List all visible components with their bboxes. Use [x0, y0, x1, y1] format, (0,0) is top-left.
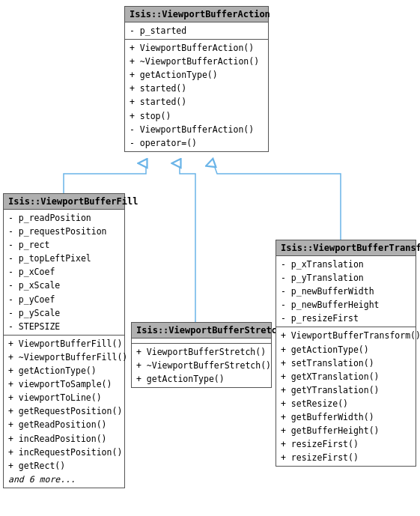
member-vbt-resize-first1: + resizeFirst() — [276, 437, 416, 451]
member-vbt-resize-first2: + resizeFirst() — [276, 451, 416, 464]
member-vbt-p-newbufwidth: - p_newBufferWidth — [276, 285, 416, 298]
viewport-buffer-stretch-title: Isis::ViewportBufferStretch — [132, 323, 271, 339]
member-vba-dtor: + ~ViewportBufferAction() — [125, 55, 268, 68]
member-vbf-p-yscale: - p_yScale — [4, 306, 124, 320]
member-vbf-p-rect: - p_rect — [4, 238, 124, 252]
member-vbf-p-read-pos: - p_readPosition — [4, 211, 124, 225]
member-vbs-get-action-type: + getActionType() — [132, 372, 271, 386]
member-vba-get-action-type: + getActionType() — [125, 68, 268, 82]
member-vbt-p-resizefirst: - p_resizeFirst — [276, 312, 416, 325]
viewport-buffer-stretch-box: Isis::ViewportBufferStretch + ViewportBu… — [131, 322, 272, 388]
viewport-buffer-transform-box: Isis::ViewportBufferTransform - p_xTrans… — [276, 240, 416, 467]
member-vbf-viewport-to-sample: + viewportToSample() — [4, 377, 124, 391]
member-vbf-p-topleft: - p_topLeftPixel — [4, 252, 124, 265]
member-vbf-more: and 6 more... — [4, 473, 124, 486]
member-vbt-p-ytrans: - p_yTranslation — [276, 271, 416, 285]
member-vbf-inc-read-pos: + incReadPosition() — [4, 432, 124, 446]
member-vbt-get-buf-height: + getBufferHeight() — [276, 424, 416, 437]
member-vbt-set-resize: + setResize() — [276, 397, 416, 410]
viewport-buffer-stretch-body: + ViewportBufferStretch() + ~ViewportBuf… — [132, 339, 271, 387]
member-vbf-get-action-type: + getActionType() — [4, 364, 124, 377]
member-vba-op-assign: - operator=() — [125, 136, 268, 150]
member-vbf-stepsize: - STEPSIZE — [4, 320, 124, 333]
viewport-buffer-transform-body: - p_xTranslation - p_yTranslation - p_ne… — [276, 256, 416, 466]
member-vbf-p-xcoef: - p_xCoef — [4, 265, 124, 279]
member-vbt-p-xtrans: - p_xTranslation — [276, 258, 416, 271]
member-vbt-get-xtrans: + getXTranslation() — [276, 370, 416, 383]
member-vbt-set-translation: + setTranslation() — [276, 356, 416, 370]
viewport-buffer-action-body: - p_started + ViewportBufferAction() + ~… — [125, 22, 268, 151]
member-vbs-ctor: + ViewportBufferStretch() — [132, 345, 271, 359]
member-p-started: - p_started — [125, 24, 268, 37]
viewport-buffer-fill-body: - p_readPosition - p_requestPosition - p… — [4, 210, 124, 488]
member-vba-started1: + started() — [125, 82, 268, 95]
member-vbf-ctor: + ViewportBufferFill() — [4, 337, 124, 350]
member-vbt-p-newbufheight: - p_newBufferHeight — [276, 298, 416, 312]
member-vbt-get-ytrans: + getYTranslation() — [276, 383, 416, 397]
viewport-buffer-action-box: Isis::ViewportBufferAction - p_started +… — [124, 6, 269, 152]
member-vbf-p-req-pos: - p_requestPosition — [4, 225, 124, 238]
member-vbf-get-rect: + getRect() — [4, 459, 124, 473]
member-vbf-get-read-pos: + getReadPosition() — [4, 418, 124, 431]
viewport-buffer-fill-title: Isis::ViewportBufferFill — [4, 194, 124, 210]
member-vbt-ctor: + ViewportBufferTransform() — [276, 329, 416, 342]
member-vbf-p-xscale: - p_xScale — [4, 279, 124, 292]
member-vba-stop: + stop() — [125, 109, 268, 123]
member-vbs-dtor: + ~ViewportBufferStretch() — [132, 359, 271, 372]
member-vbf-dtor: + ~ViewportBufferFill() — [4, 350, 124, 364]
viewport-buffer-fill-box: Isis::ViewportBufferFill - p_readPositio… — [3, 193, 125, 488]
member-vbf-inc-req-pos: + incRequestPosition() — [4, 446, 124, 459]
member-vbt-get-buf-width: + getBufferWidth() — [276, 410, 416, 424]
member-vbf-p-ycoef: - p_yCoef — [4, 293, 124, 306]
viewport-buffer-action-title: Isis::ViewportBufferAction — [125, 7, 268, 22]
member-vbf-viewport-to-line: + viewportToLine() — [4, 391, 124, 404]
member-vbt-get-action-type: + getActionType() — [276, 343, 416, 356]
member-vba-started2: + started() — [125, 95, 268, 109]
viewport-buffer-transform-title: Isis::ViewportBufferTransform — [276, 240, 416, 256]
member-vbf-get-req-pos: + getRequestPosition() — [4, 404, 124, 418]
member-vba-ctor: + ViewportBufferAction() — [125, 41, 268, 55]
member-vba-priv-ctor: - ViewportBufferAction() — [125, 123, 268, 136]
